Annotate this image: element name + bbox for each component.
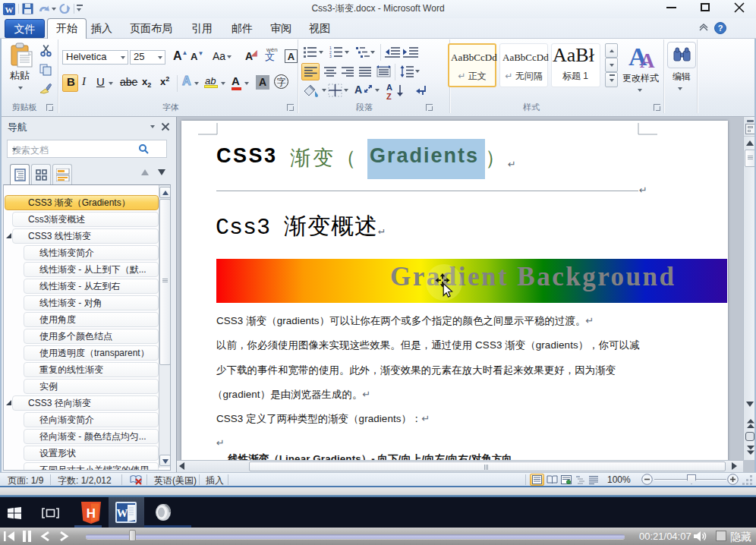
svg-text:3: 3 xyxy=(329,54,332,58)
svg-text:W: W xyxy=(117,507,128,519)
svg-text:H: H xyxy=(87,506,96,521)
svg-text:?: ? xyxy=(718,24,723,33)
svg-text:W: W xyxy=(5,5,14,14)
svg-text:A: A xyxy=(640,49,655,70)
